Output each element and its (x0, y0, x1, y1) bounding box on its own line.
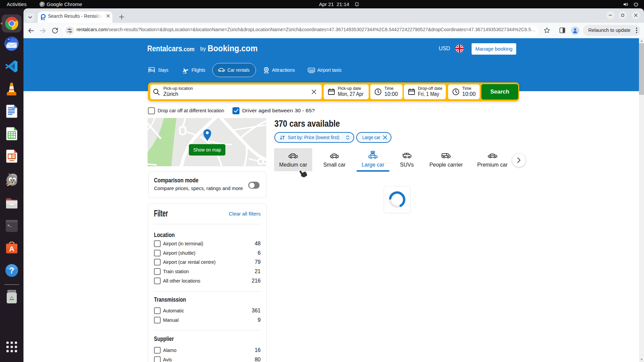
svg-text:A: A (9, 245, 14, 253)
svg-text:Show on map: Show on map (193, 147, 221, 153)
svg-text:?: ? (9, 266, 14, 275)
svg-text:>_: >_ (7, 224, 12, 228)
svg-text:TAXI: TAXI (309, 69, 314, 71)
